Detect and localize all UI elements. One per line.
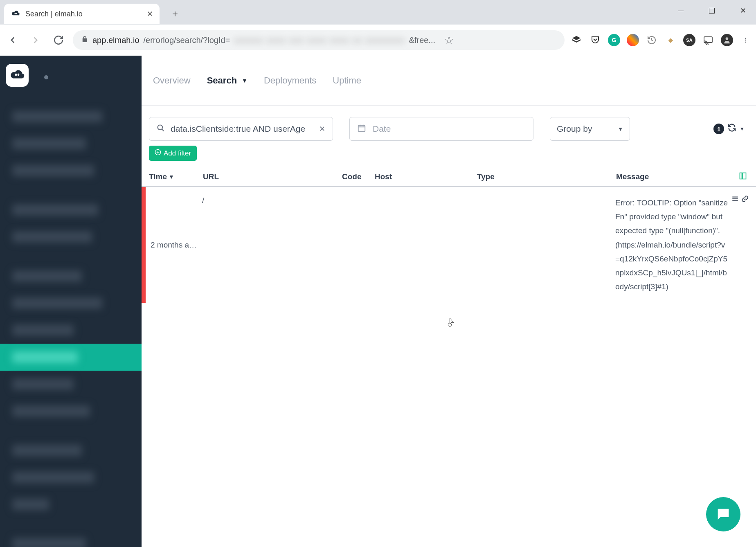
col-header-message[interactable]: Message bbox=[616, 172, 732, 181]
svg-rect-9 bbox=[740, 173, 742, 179]
col-header-type[interactable]: Type bbox=[477, 172, 616, 181]
group-by-select[interactable]: Group by ▼ bbox=[550, 117, 630, 141]
svg-point-0 bbox=[15, 13, 16, 14]
sidebar-item[interactable] bbox=[0, 371, 142, 398]
sidebar-item[interactable] bbox=[0, 290, 142, 317]
minimize-button[interactable] bbox=[671, 4, 691, 17]
close-window-button[interactable] bbox=[733, 4, 753, 17]
clear-search-icon[interactable]: ✕ bbox=[319, 124, 325, 133]
reload-button[interactable] bbox=[50, 32, 67, 49]
search-input[interactable] bbox=[171, 124, 316, 134]
date-placeholder: Date bbox=[373, 124, 391, 134]
refresh-menu-caret-icon[interactable]: ▼ bbox=[740, 126, 745, 132]
sidebar-item[interactable] bbox=[0, 130, 142, 157]
cell-host bbox=[374, 196, 476, 294]
tab-close-icon[interactable]: ✕ bbox=[147, 9, 153, 18]
col-header-code[interactable]: Code bbox=[342, 172, 375, 181]
plus-circle-icon bbox=[155, 149, 161, 158]
caret-down-icon: ▼ bbox=[618, 126, 623, 132]
add-filter-row: Add filter bbox=[142, 141, 756, 167]
svg-point-5 bbox=[18, 74, 20, 76]
link-icon[interactable] bbox=[741, 195, 749, 205]
sidebar-item[interactable] bbox=[0, 437, 142, 464]
sort-desc-icon: ▼ bbox=[169, 173, 174, 180]
sidebar-divider bbox=[0, 184, 142, 196]
svg-point-3 bbox=[726, 37, 729, 40]
columns-config-icon[interactable] bbox=[732, 172, 749, 182]
date-filter[interactable]: Date bbox=[349, 117, 533, 141]
sidebar bbox=[0, 56, 142, 547]
calendar-icon bbox=[357, 124, 366, 135]
url-host: app.elmah.io bbox=[92, 36, 140, 45]
sidebar-item[interactable] bbox=[0, 263, 142, 290]
add-filter-button[interactable]: Add filter bbox=[149, 146, 197, 161]
col-time-label: Time bbox=[149, 172, 167, 181]
maximize-button[interactable] bbox=[702, 4, 722, 17]
browser-menu-icon[interactable]: ⋮ bbox=[740, 34, 752, 46]
col-header-time[interactable]: Time ▼ bbox=[149, 172, 203, 181]
new-tab-button[interactable]: + bbox=[167, 6, 183, 22]
tab-title: Search | elmah.io bbox=[25, 10, 142, 18]
extension-icon-rainbow[interactable] bbox=[627, 34, 639, 46]
extension-icon-diamond[interactable]: ◆ bbox=[664, 34, 677, 46]
caret-down-icon[interactable]: ▼ bbox=[242, 77, 248, 84]
sidebar-item[interactable] bbox=[0, 317, 142, 344]
table-row[interactable]: 2 months a… / Error: TOOLTIP: Option "sa… bbox=[142, 187, 756, 303]
status-dot bbox=[44, 75, 48, 79]
refresh-button[interactable] bbox=[727, 123, 736, 135]
cell-code bbox=[341, 196, 374, 294]
sidebar-item[interactable] bbox=[0, 464, 142, 491]
sidebar-item[interactable] bbox=[0, 491, 142, 518]
browser-tab[interactable]: Search | elmah.io ✕ bbox=[4, 4, 160, 24]
url-suffix: &free... bbox=[409, 36, 435, 45]
extension-icon-stack[interactable] bbox=[570, 34, 583, 46]
chat-fab[interactable] bbox=[706, 497, 740, 531]
profile-avatar[interactable] bbox=[721, 34, 733, 46]
extension-icon-pocket[interactable] bbox=[589, 34, 601, 46]
url-redacted: xxxxxx xxxx xxx xxxx xxxx xx xxxxxxxx bbox=[234, 36, 405, 45]
main: Overview Search ▼ Deployments Uptime ✕ D… bbox=[142, 56, 756, 547]
lock-icon bbox=[81, 36, 88, 45]
extension-icon-sa[interactable]: SA bbox=[683, 34, 695, 46]
extension-icon-history[interactable] bbox=[646, 34, 658, 46]
app: Overview Search ▼ Deployments Uptime ✕ D… bbox=[0, 56, 756, 547]
cell-time: 2 months a… bbox=[151, 196, 202, 294]
logo[interactable] bbox=[6, 64, 29, 87]
extension-icon-green[interactable]: G bbox=[608, 34, 620, 46]
sidebar-item[interactable] bbox=[0, 103, 142, 130]
sidebar-item[interactable] bbox=[0, 398, 142, 425]
sidebar-divider bbox=[0, 250, 142, 263]
bookmark-star-icon[interactable]: ☆ bbox=[444, 34, 454, 47]
cell-type bbox=[476, 196, 615, 294]
sidebar-item[interactable] bbox=[0, 157, 142, 184]
group-by-label: Group by bbox=[557, 124, 592, 134]
address-bar: app.elmah.io/errorlog/search/?logId=xxxx… bbox=[0, 25, 756, 56]
nav-uptime[interactable]: Uptime bbox=[333, 75, 361, 86]
back-button[interactable] bbox=[4, 32, 21, 49]
cell-message: Error: TOOLTIP: Option "sanitizeFn" prov… bbox=[615, 196, 749, 294]
sidebar-item[interactable] bbox=[0, 530, 142, 547]
sidebar-item-active[interactable] bbox=[0, 344, 142, 371]
svg-point-1 bbox=[16, 13, 17, 14]
svg-rect-7 bbox=[358, 125, 365, 131]
nav-deployments[interactable]: Deployments bbox=[264, 75, 316, 86]
forward-button[interactable] bbox=[27, 32, 44, 49]
sidebar-item[interactable] bbox=[0, 196, 142, 223]
nav-overview[interactable]: Overview bbox=[153, 75, 191, 86]
nav-search[interactable]: Search ▼ bbox=[207, 75, 248, 86]
sidebar-items bbox=[0, 103, 142, 547]
sidebar-item[interactable] bbox=[0, 223, 142, 250]
sidebar-divider bbox=[0, 518, 142, 530]
url-field[interactable]: app.elmah.io/errorlog/search/?logId=xxxx… bbox=[73, 30, 565, 50]
filter-bar: ✕ Date Group by ▼ 1 ▼ bbox=[142, 106, 756, 141]
favicon-icon bbox=[11, 9, 20, 19]
col-header-url[interactable]: URL bbox=[203, 172, 342, 181]
sidebar-divider bbox=[0, 425, 142, 437]
window-controls bbox=[671, 4, 753, 17]
menu-icon[interactable] bbox=[731, 195, 739, 205]
extension-icon-cast[interactable] bbox=[702, 34, 714, 46]
svg-rect-2 bbox=[704, 37, 712, 43]
col-header-host[interactable]: Host bbox=[375, 172, 477, 181]
right-actions: 1 ▼ bbox=[713, 123, 749, 135]
search-box[interactable]: ✕ bbox=[149, 117, 333, 141]
